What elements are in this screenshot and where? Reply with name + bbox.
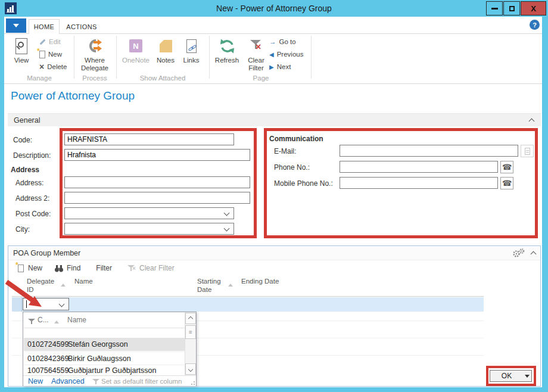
ok-button[interactable]: OK [490,370,532,382]
email-field[interactable] [340,145,518,157]
lookup-col-name[interactable]: Name [67,316,86,324]
address-field[interactable] [64,176,250,188]
ok-dropdown-icon[interactable] [523,375,531,378]
general-section-header[interactable]: General [8,113,541,126]
minimize-icon [491,8,498,10]
tab-home-label: HOME [34,23,55,30]
next-button[interactable]: ▶ Next [269,61,291,72]
col-starting-line2[interactable]: Date [197,286,211,293]
next-label: Next [277,63,291,70]
lookup-row-name: Guðbjartur P Guðbjartsson [68,366,156,375]
find-button[interactable]: Find [67,264,80,272]
tab-actions[interactable]: ACTIONS [62,20,101,33]
minimize-button[interactable] [486,1,503,15]
col-delegate-id-line1[interactable]: Delegate [27,278,54,285]
previous-button[interactable]: ◀ Previous [269,49,303,60]
poa-section-title: POA Group Member [13,249,80,257]
email-assist-icon [525,148,530,155]
scroll-up-button[interactable] [185,313,196,324]
delete-button[interactable]: × Delete [39,61,67,72]
lookup-new-link[interactable]: New [28,377,43,385]
lookup-col-code[interactable]: C... [38,316,49,324]
refresh-button[interactable]: Refresh [212,35,242,64]
grid-clear-filter-button[interactable]: Clear Filter [139,264,175,272]
group-label-process: Process [76,74,114,82]
poa-section-header[interactable]: POA Group Member [8,246,540,260]
edit-button[interactable]: Edit [39,36,61,47]
ribbon-separator [311,36,312,79]
group-label-page: Page [214,74,307,82]
scroll-down-icon [188,366,193,371]
code-field[interactable] [64,133,234,145]
view-label: View [14,57,29,64]
app-menu-button[interactable] [6,18,26,33]
row-selector-cell[interactable] [12,297,22,312]
clear-filter-label-1: Clear [248,57,264,64]
clear-filter-icon: × [249,35,263,57]
city-field[interactable] [64,223,234,235]
lookup-row[interactable]: 0102724599 Stefán Georgsson [24,338,185,351]
lookup-row[interactable]: 1007564559 Guðbjartur P Guðbjartsson [24,365,185,376]
notes-button[interactable]: Notes [154,35,178,64]
mobile-assist-button[interactable]: ☎ [500,177,513,189]
grid-new-button[interactable]: New [28,264,42,272]
filter-button[interactable]: Filter [96,264,112,272]
email-assist-button[interactable] [521,145,534,157]
scroll-thumb[interactable]: ≡ [185,325,196,339]
scroll-down-button[interactable] [185,363,196,375]
postcode-label: Post Code: [15,210,51,218]
links-button[interactable]: Links [179,35,203,64]
settings-gears-icon[interactable] [512,248,526,260]
set-default-filter-label[interactable]: Set as default filter column [101,378,182,385]
help-button[interactable]: ? [530,20,540,30]
address2-field[interactable] [64,192,250,204]
onenote-button[interactable]: N OneNote [119,35,152,64]
phone-assist-button[interactable]: ☎ [500,161,513,173]
ribbon-bottom-border [4,83,542,84]
email-label: E-Mail: [274,147,296,155]
sort-icon-starting [228,284,233,287]
description-field[interactable] [64,149,250,161]
col-delegate-id-line2[interactable]: ID [27,286,34,293]
new-button[interactable]: * New [39,49,62,60]
address2-label: Address 2: [15,194,49,203]
ribbon-separator [209,36,210,79]
next-icon: ▶ [269,64,274,70]
where-delegate-icon [86,35,104,57]
poa-toolbar: * New Find Filter × Clear Filter [18,262,175,274]
poa-collapse-icon[interactable] [531,251,537,257]
new-label: New [48,51,62,58]
onenote-icon: N [129,35,142,57]
lookup-row[interactable]: 0102842369 Birkir Guðlaugsson [24,351,185,365]
maximize-button[interactable] [503,1,520,15]
col-ending[interactable]: Ending Date [241,278,279,285]
previous-icon: ◀ [269,51,274,58]
close-button[interactable]: X [521,1,546,15]
goto-label: Go to [279,38,296,45]
links-label: Links [183,57,200,64]
where-delegate-button[interactable]: Where Delegate [76,35,114,72]
resize-grip-icon[interactable] [191,381,195,385]
delete-icon: × [39,63,44,70]
communication-group-label: Communication [269,135,323,143]
general-collapse-icon[interactable] [529,119,535,125]
goto-button[interactable]: → Go to [269,36,296,47]
col-name[interactable]: Name [74,278,93,285]
postcode-field[interactable] [64,207,234,219]
refresh-label: Refresh [215,57,239,64]
combobox-dropdown-icon[interactable] [59,301,65,307]
find-icon [54,265,64,272]
delegate-id-combobox[interactable] [23,298,69,310]
selected-grid-row[interactable] [12,297,484,312]
address-group-label: Address [11,166,39,174]
view-button[interactable]: View [7,35,36,64]
lookup-advanced-link[interactable]: Advanced [51,377,85,385]
close-icon: X [531,4,536,13]
phone-field[interactable] [340,161,498,173]
delete-label: Delete [47,63,67,70]
col-starting-line1[interactable]: Starting [197,278,221,285]
window-title: New - Power of Attorney Group [0,0,548,17]
mobile-field[interactable] [340,177,498,189]
clear-filter-button[interactable]: × Clear Filter [243,35,269,72]
tab-home[interactable]: HOME [29,19,60,34]
